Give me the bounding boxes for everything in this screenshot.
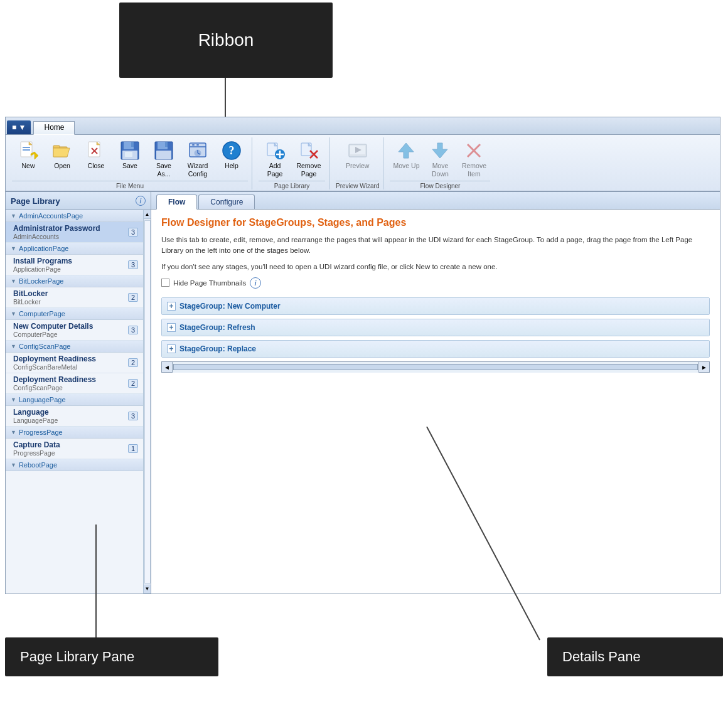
svg-marker-42 — [399, 143, 414, 158]
details-pane: Flow Configure Flow Designer for StageGr… — [151, 192, 720, 594]
category-label: RebootPage — [19, 461, 57, 469]
stage-group-header-replace[interactable]: + StageGroup: Replace — [162, 341, 709, 357]
sidebar-item-bitlocker[interactable]: BitLocker BitLocker 2 — [6, 287, 143, 308]
hide-thumbnails-checkbox[interactable] — [161, 279, 169, 287]
page-library-group: Add Page Remove Page Page Library — [255, 137, 329, 189]
stage-group-header-refresh[interactable]: + StageGroup: Refresh — [162, 319, 709, 336]
category-label: LanguagePage — [19, 396, 66, 403]
sidebar-item-installprograms[interactable]: Install Programs ApplicationPage 3 — [6, 255, 143, 275]
sidebar-item-adminpassword[interactable]: Administrator Password AdminAccounts 3 — [6, 222, 143, 243]
move-up-button[interactable]: Move Up — [390, 137, 422, 173]
sidebar-category-adminaccounts[interactable]: ▼ AdminAccountsPage — [6, 210, 143, 222]
sidebar-category-languagepage[interactable]: ▼ LanguagePage — [6, 394, 143, 406]
tab-home[interactable]: Home — [33, 121, 75, 135]
stage-expand-replace[interactable]: + — [167, 344, 176, 353]
details-tabs: Flow Configure — [151, 192, 720, 210]
save-button[interactable]: Save — [114, 137, 146, 173]
sidebar-item-sub: BitLocker — [13, 298, 128, 306]
category-label: ProgressPage — [19, 429, 63, 436]
hscroll-right-arrow[interactable]: ► — [699, 361, 710, 373]
file-menu-group: New Open — [8, 137, 252, 189]
preview-button[interactable]: Preview — [341, 137, 374, 173]
file-menu-group-label: File Menu — [12, 181, 248, 189]
sidebar-item-language[interactable]: Language LanguagePage 3 — [6, 406, 143, 427]
sidebar-item-name: Install Programs — [13, 257, 128, 265]
move-down-button[interactable]: Move Down — [424, 137, 456, 179]
remove-page-button[interactable]: Remove Page — [292, 137, 325, 179]
preview-icon — [348, 141, 368, 161]
category-label: BitLockerPage — [19, 277, 64, 285]
sidebar-item-badge: 2 — [128, 293, 138, 302]
svg-marker-43 — [432, 143, 447, 158]
sidebar-category-rebootpage[interactable]: ▼ RebootPage — [6, 459, 143, 471]
category-arrow: ▼ — [11, 245, 16, 252]
hide-thumbnails-info-icon[interactable]: i — [250, 277, 261, 289]
ribbon-toolbar: New Open — [6, 135, 720, 192]
close-button[interactable]: Close — [80, 137, 112, 173]
save-as-button[interactable]: Save As... — [147, 137, 180, 179]
new-button[interactable]: New — [12, 137, 45, 173]
ribbon-label-box: Ribbon — [119, 3, 333, 78]
scroll-up-arrow[interactable]: ▲ — [144, 210, 151, 219]
category-arrow: ▼ — [11, 429, 16, 435]
sidebar-item-sub: ApplicationPage — [13, 265, 128, 273]
save-icon — [120, 141, 140, 161]
sidebar-header: Page Library i — [6, 192, 151, 210]
svg-marker-7 — [53, 148, 70, 157]
hide-thumbnails-row: Hide Page Thumbnails i — [161, 277, 710, 289]
sidebar-item-name: Language — [13, 408, 128, 417]
sidebar-item-sub: ProgressPage — [13, 449, 128, 457]
open-button[interactable]: Open — [46, 137, 78, 173]
save-as-button-label: Save As... — [149, 162, 178, 178]
flow-designer-group-label: Flow Designer — [390, 181, 490, 189]
sidebar-item-text: Deployment Readiness ConfigScanBareMetal — [13, 354, 128, 371]
sidebar-category-configscanpage[interactable]: ▼ ConfigScanPage — [6, 341, 143, 353]
sidebar-category-progresspage[interactable]: ▼ ProgressPage — [6, 427, 143, 439]
sidebar-item-sub: ConfigScanBareMetal — [13, 363, 128, 371]
hscroll-left-arrow[interactable]: ◄ — [161, 361, 173, 373]
details-body: Flow Designer for StageGroups, Stages, a… — [151, 210, 720, 594]
hscroll-track[interactable] — [173, 364, 698, 370]
category-label: ComputerPage — [19, 310, 65, 317]
remove-item-button[interactable]: Remove Item — [458, 137, 490, 179]
help-button[interactable]: ? Help — [215, 137, 248, 173]
sidebar-item-text: Language LanguagePage — [13, 408, 128, 424]
stage-group-label-replace: StageGroup: Replace — [179, 344, 256, 353]
category-label: ApplicationPage — [19, 245, 69, 252]
preview-button-label: Preview — [346, 162, 369, 170]
sidebar-item-deploymentreadiness1[interactable]: Deployment Readiness ConfigScanBareMetal… — [6, 353, 143, 373]
stage-expand-newcomputer[interactable]: + — [167, 302, 176, 311]
stage-group-header-newcomputer[interactable]: + StageGroup: New Computer — [162, 298, 709, 314]
app-menu-button[interactable]: ■ ▼ — [7, 120, 31, 134]
sidebar-item-newcomputerdetails[interactable]: New Computer Details ComputerPage 3 — [6, 320, 143, 341]
file-menu-buttons: New Open — [12, 137, 248, 179]
category-arrow: ▼ — [11, 462, 16, 468]
app-menu-icon: ■ ▼ — [12, 123, 26, 132]
tab-configure[interactable]: Configure — [198, 194, 255, 209]
wizard-config-button[interactable]: Wizard Config — [181, 137, 214, 179]
sidebar-item-capturedata[interactable]: Capture Data ProgressPage 1 — [6, 439, 143, 459]
scroll-track[interactable] — [144, 220, 151, 583]
app-window: ■ ▼ Home New — [5, 117, 720, 594]
stage-group-label-refresh: StageGroup: Refresh — [179, 323, 255, 332]
sidebar-item-text: Install Programs ApplicationPage — [13, 257, 128, 273]
sidebar-category-bitlockerpage[interactable]: ▼ BitLockerPage — [6, 275, 143, 287]
ribbon-label-text: Ribbon — [198, 30, 254, 50]
sidebar-item-sub: ConfigScanPage — [13, 384, 128, 391]
horizontal-scrollbar: ◄ ► — [161, 361, 710, 373]
sidebar-item-text: Capture Data ProgressPage — [13, 440, 128, 457]
add-page-button[interactable]: Add Page — [259, 137, 291, 179]
sidebar-item-badge: 3 — [128, 260, 138, 269]
sidebar-category-applicationpage[interactable]: ▼ ApplicationPage — [6, 243, 143, 255]
scroll-down-arrow[interactable]: ▼ — [144, 585, 151, 594]
close-button-label: Close — [88, 162, 105, 170]
sidebar-item-name: Deployment Readiness — [13, 354, 128, 363]
tab-flow[interactable]: Flow — [156, 194, 197, 210]
remove-page-button-label: Remove Page — [294, 162, 323, 178]
sidebar-item-deploymentreadiness2[interactable]: Deployment Readiness ConfigScanPage 2 — [6, 373, 143, 394]
sidebar-info-icon[interactable]: i — [136, 196, 146, 206]
stage-expand-refresh[interactable]: + — [167, 323, 176, 332]
sidebar-category-computerpage[interactable]: ▼ ComputerPage — [6, 308, 143, 320]
svg-rect-6 — [53, 146, 60, 148]
hide-thumbnails-label: Hide Page Thumbnails — [173, 279, 246, 287]
